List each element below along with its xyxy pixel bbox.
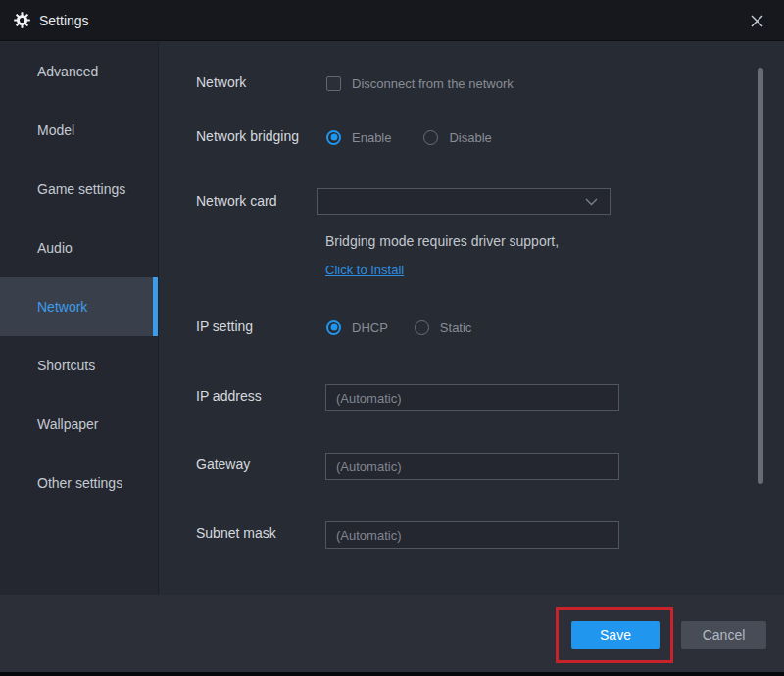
radio-label: Disable bbox=[449, 130, 491, 145]
gateway-input[interactable] bbox=[325, 453, 619, 480]
ip-address-input[interactable] bbox=[325, 384, 619, 411]
sidebar-item-wallpaper[interactable]: Wallpaper bbox=[0, 395, 158, 454]
ip-address-label: IP address bbox=[196, 388, 262, 404]
bridging-enable-radio[interactable]: Enable bbox=[326, 130, 391, 145]
sidebar-item-advanced[interactable]: Advanced bbox=[0, 42, 158, 101]
window-bottom-edge bbox=[0, 672, 784, 676]
close-button[interactable] bbox=[741, 0, 772, 41]
close-icon bbox=[751, 15, 763, 27]
sidebar-item-label: Model bbox=[37, 122, 74, 138]
sidebar-item-network[interactable]: Network bbox=[0, 277, 158, 336]
sidebar-item-audio[interactable]: Audio bbox=[0, 218, 158, 277]
subnet-mask-label: Subnet mask bbox=[196, 525, 276, 541]
sidebar-item-label: Audio bbox=[37, 240, 73, 256]
radio-button bbox=[326, 130, 341, 145]
radio-button bbox=[326, 320, 341, 335]
sidebar-item-label: Network bbox=[37, 299, 87, 314]
sidebar-item-label: Wallpaper bbox=[37, 416, 99, 432]
sidebar-item-other-settings[interactable]: Other settings bbox=[0, 454, 158, 512]
active-indicator bbox=[153, 277, 158, 336]
network-settings-panel: Network Disconnect from the network Netw… bbox=[159, 42, 784, 595]
bridging-disable-radio[interactable]: Disable bbox=[423, 130, 491, 145]
radio-button bbox=[423, 130, 438, 145]
cancel-button[interactable]: Cancel bbox=[681, 621, 766, 649]
radio-button bbox=[415, 320, 429, 335]
sidebar-item-shortcuts[interactable]: Shortcuts bbox=[0, 336, 158, 395]
click-to-install-link[interactable]: Click to Install bbox=[325, 263, 404, 277]
disconnect-network-checkbox-label: Disconnect from the network bbox=[352, 76, 514, 91]
radio-label: Static bbox=[440, 320, 472, 335]
network-card-label: Network card bbox=[196, 193, 276, 209]
chevron-down-icon bbox=[585, 198, 598, 206]
save-button[interactable]: Save bbox=[571, 621, 660, 649]
settings-window: Settings Advanced Model Game settings bbox=[0, 0, 784, 676]
sidebar-item-label: Advanced bbox=[37, 64, 98, 79]
window-title: Settings bbox=[39, 13, 89, 28]
ip-setting-label: IP setting bbox=[196, 318, 253, 334]
gear-icon bbox=[14, 12, 30, 28]
sidebar-item-label: Shortcuts bbox=[37, 358, 95, 373]
sidebar-item-model[interactable]: Model bbox=[0, 101, 158, 160]
network-card-dropdown[interactable] bbox=[317, 188, 611, 215]
ip-dhcp-radio[interactable]: DHCP bbox=[326, 320, 388, 335]
sidebar-item-label: Game settings bbox=[37, 181, 125, 197]
settings-body: Advanced Model Game settings Audio Netwo… bbox=[0, 42, 784, 595]
radio-label: DHCP bbox=[352, 320, 388, 335]
vertical-scrollbar[interactable] bbox=[758, 68, 763, 484]
sidebar-item-label: Other settings bbox=[37, 475, 122, 491]
ip-static-radio[interactable]: Static bbox=[415, 320, 472, 335]
sidebar-item-game-settings[interactable]: Game settings bbox=[0, 160, 158, 218]
disconnect-network-checkbox[interactable] bbox=[326, 76, 341, 91]
sidebar: Advanced Model Game settings Audio Netwo… bbox=[0, 42, 159, 595]
footer: Save Cancel bbox=[0, 595, 784, 672]
titlebar: Settings bbox=[0, 0, 784, 41]
radio-label: Enable bbox=[352, 130, 391, 145]
network-bridging-label: Network bridging bbox=[196, 128, 299, 144]
subnet-mask-input[interactable] bbox=[325, 521, 619, 549]
gateway-label: Gateway bbox=[196, 457, 250, 472]
network-label: Network bbox=[196, 74, 246, 90]
bridging-driver-note: Bridging mode requires driver support, bbox=[325, 233, 559, 249]
